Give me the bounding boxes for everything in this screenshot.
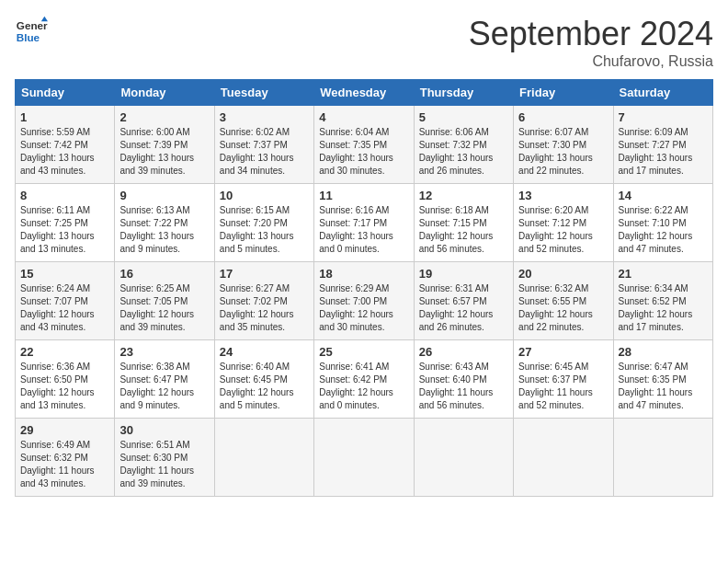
day-info: Sunrise: 6:22 AM Sunset: 7:10 PM Dayligh… xyxy=(619,204,708,256)
day-number: 8 xyxy=(20,189,109,202)
calendar-day-cell: 13Sunrise: 6:20 AM Sunset: 7:12 PM Dayli… xyxy=(514,184,613,262)
calendar-header-row: SundayMondayTuesdayWednesdayThursdayFrid… xyxy=(16,80,713,106)
weekday-header: Thursday xyxy=(414,80,513,106)
calendar-day-cell: 3Sunrise: 6:02 AM Sunset: 7:37 PM Daylig… xyxy=(214,106,313,184)
logo-icon: General Blue xyxy=(15,15,48,48)
weekday-header: Wednesday xyxy=(314,80,414,106)
day-number: 29 xyxy=(20,423,109,437)
weekday-header: Saturday xyxy=(613,80,712,106)
calendar-week-row: 1Sunrise: 5:59 AM Sunset: 7:42 PM Daylig… xyxy=(16,106,713,184)
day-number: 20 xyxy=(518,267,608,281)
day-info: Sunrise: 6:31 AM Sunset: 6:57 PM Dayligh… xyxy=(419,282,508,334)
day-number: 21 xyxy=(619,267,708,281)
day-info: Sunrise: 6:15 AM Sunset: 7:20 PM Dayligh… xyxy=(220,204,309,256)
calendar-day-cell: 25Sunrise: 6:41 AM Sunset: 6:42 PM Dayli… xyxy=(314,340,414,419)
calendar-day-cell: 17Sunrise: 6:27 AM Sunset: 7:02 PM Dayli… xyxy=(214,262,313,340)
day-info: Sunrise: 6:02 AM Sunset: 7:37 PM Dayligh… xyxy=(220,126,309,178)
day-info: Sunrise: 6:32 AM Sunset: 6:55 PM Dayligh… xyxy=(518,282,608,334)
day-info: Sunrise: 6:36 AM Sunset: 6:50 PM Dayligh… xyxy=(20,361,109,412)
calendar-day-cell: 19Sunrise: 6:31 AM Sunset: 6:57 PM Dayli… xyxy=(414,262,513,340)
day-number: 26 xyxy=(419,345,508,359)
day-number: 1 xyxy=(20,110,109,124)
weekday-header: Sunday xyxy=(16,80,115,106)
calendar-day-cell: 8Sunrise: 6:11 AM Sunset: 7:25 PM Daylig… xyxy=(16,184,115,262)
day-info: Sunrise: 6:38 AM Sunset: 6:47 PM Dayligh… xyxy=(119,361,209,412)
calendar-day-cell: 29Sunrise: 6:49 AM Sunset: 6:32 PM Dayli… xyxy=(16,419,115,497)
calendar-day-cell: 16Sunrise: 6:25 AM Sunset: 7:05 PM Dayli… xyxy=(115,262,214,340)
day-info: Sunrise: 6:45 AM Sunset: 6:37 PM Dayligh… xyxy=(518,361,608,412)
calendar-day-cell: 26Sunrise: 6:43 AM Sunset: 6:40 PM Dayli… xyxy=(414,340,513,419)
calendar-day-cell xyxy=(214,419,313,497)
calendar-day-cell xyxy=(514,419,613,497)
day-info: Sunrise: 6:34 AM Sunset: 6:52 PM Dayligh… xyxy=(619,282,708,334)
calendar-day-cell xyxy=(613,419,712,497)
weekday-header: Tuesday xyxy=(214,80,313,106)
day-info: Sunrise: 6:09 AM Sunset: 7:27 PM Dayligh… xyxy=(619,126,708,178)
day-number: 27 xyxy=(518,345,608,359)
day-number: 19 xyxy=(419,267,508,281)
day-number: 3 xyxy=(220,110,309,124)
calendar-day-cell: 2Sunrise: 6:00 AM Sunset: 7:39 PM Daylig… xyxy=(115,106,214,184)
day-info: Sunrise: 6:40 AM Sunset: 6:45 PM Dayligh… xyxy=(220,361,309,412)
calendar-day-cell: 1Sunrise: 5:59 AM Sunset: 7:42 PM Daylig… xyxy=(16,106,115,184)
day-info: Sunrise: 6:07 AM Sunset: 7:30 PM Dayligh… xyxy=(518,126,608,178)
day-number: 28 xyxy=(619,345,708,359)
day-number: 5 xyxy=(419,110,508,124)
page-header: General Blue September 2024 Chufarovo, R… xyxy=(15,15,713,70)
calendar-day-cell xyxy=(414,419,513,497)
calendar-day-cell: 11Sunrise: 6:16 AM Sunset: 7:17 PM Dayli… xyxy=(314,184,414,262)
calendar-week-row: 8Sunrise: 6:11 AM Sunset: 7:25 PM Daylig… xyxy=(16,184,713,262)
calendar-day-cell: 10Sunrise: 6:15 AM Sunset: 7:20 PM Dayli… xyxy=(214,184,313,262)
title-block: September 2024 Chufarovo, Russia xyxy=(469,15,713,70)
day-info: Sunrise: 6:13 AM Sunset: 7:22 PM Dayligh… xyxy=(119,204,209,256)
calendar-day-cell: 12Sunrise: 6:18 AM Sunset: 7:15 PM Dayli… xyxy=(414,184,513,262)
day-info: Sunrise: 6:20 AM Sunset: 7:12 PM Dayligh… xyxy=(518,204,608,256)
day-number: 14 xyxy=(619,189,708,202)
calendar-day-cell: 27Sunrise: 6:45 AM Sunset: 6:37 PM Dayli… xyxy=(514,340,613,419)
day-number: 15 xyxy=(20,267,109,281)
calendar-day-cell: 6Sunrise: 6:07 AM Sunset: 7:30 PM Daylig… xyxy=(514,106,613,184)
day-number: 10 xyxy=(220,189,309,202)
calendar-week-row: 29Sunrise: 6:49 AM Sunset: 6:32 PM Dayli… xyxy=(16,419,713,497)
day-number: 30 xyxy=(119,423,209,437)
calendar-week-row: 22Sunrise: 6:36 AM Sunset: 6:50 PM Dayli… xyxy=(16,340,713,419)
month-title: September 2024 xyxy=(469,15,713,53)
day-info: Sunrise: 5:59 AM Sunset: 7:42 PM Dayligh… xyxy=(20,126,109,178)
day-number: 24 xyxy=(220,345,309,359)
day-number: 23 xyxy=(119,345,209,359)
calendar-day-cell: 30Sunrise: 6:51 AM Sunset: 6:30 PM Dayli… xyxy=(115,419,214,497)
day-number: 16 xyxy=(119,267,209,281)
calendar-day-cell: 28Sunrise: 6:47 AM Sunset: 6:35 PM Dayli… xyxy=(613,340,712,419)
day-info: Sunrise: 6:29 AM Sunset: 7:00 PM Dayligh… xyxy=(319,282,408,334)
day-info: Sunrise: 6:27 AM Sunset: 7:02 PM Dayligh… xyxy=(220,282,309,334)
logo: General Blue xyxy=(15,15,48,48)
calendar-day-cell: 7Sunrise: 6:09 AM Sunset: 7:27 PM Daylig… xyxy=(613,106,712,184)
day-number: 9 xyxy=(119,189,209,202)
calendar-day-cell: 21Sunrise: 6:34 AM Sunset: 6:52 PM Dayli… xyxy=(613,262,712,340)
calendar-day-cell xyxy=(314,419,414,497)
day-info: Sunrise: 6:47 AM Sunset: 6:35 PM Dayligh… xyxy=(619,361,708,412)
calendar-day-cell: 4Sunrise: 6:04 AM Sunset: 7:35 PM Daylig… xyxy=(314,106,414,184)
day-info: Sunrise: 6:24 AM Sunset: 7:07 PM Dayligh… xyxy=(20,282,109,334)
calendar-day-cell: 9Sunrise: 6:13 AM Sunset: 7:22 PM Daylig… xyxy=(115,184,214,262)
day-info: Sunrise: 6:41 AM Sunset: 6:42 PM Dayligh… xyxy=(319,361,408,412)
calendar-day-cell: 18Sunrise: 6:29 AM Sunset: 7:00 PM Dayli… xyxy=(314,262,414,340)
day-info: Sunrise: 6:06 AM Sunset: 7:32 PM Dayligh… xyxy=(419,126,508,178)
day-number: 4 xyxy=(319,110,408,124)
calendar-day-cell: 22Sunrise: 6:36 AM Sunset: 6:50 PM Dayli… xyxy=(16,340,115,419)
day-number: 22 xyxy=(20,345,109,359)
day-number: 7 xyxy=(619,110,708,124)
day-number: 12 xyxy=(419,189,508,202)
day-info: Sunrise: 6:43 AM Sunset: 6:40 PM Dayligh… xyxy=(419,361,508,412)
calendar-day-cell: 23Sunrise: 6:38 AM Sunset: 6:47 PM Dayli… xyxy=(115,340,214,419)
day-number: 13 xyxy=(518,189,608,202)
day-number: 25 xyxy=(319,345,408,359)
day-number: 11 xyxy=(319,189,408,202)
calendar-day-cell: 15Sunrise: 6:24 AM Sunset: 7:07 PM Dayli… xyxy=(16,262,115,340)
day-number: 18 xyxy=(319,267,408,281)
calendar-day-cell: 14Sunrise: 6:22 AM Sunset: 7:10 PM Dayli… xyxy=(613,184,712,262)
svg-text:Blue: Blue xyxy=(17,31,40,43)
day-number: 2 xyxy=(119,110,209,124)
location-subtitle: Chufarovo, Russia xyxy=(469,53,713,70)
calendar-week-row: 15Sunrise: 6:24 AM Sunset: 7:07 PM Dayli… xyxy=(16,262,713,340)
